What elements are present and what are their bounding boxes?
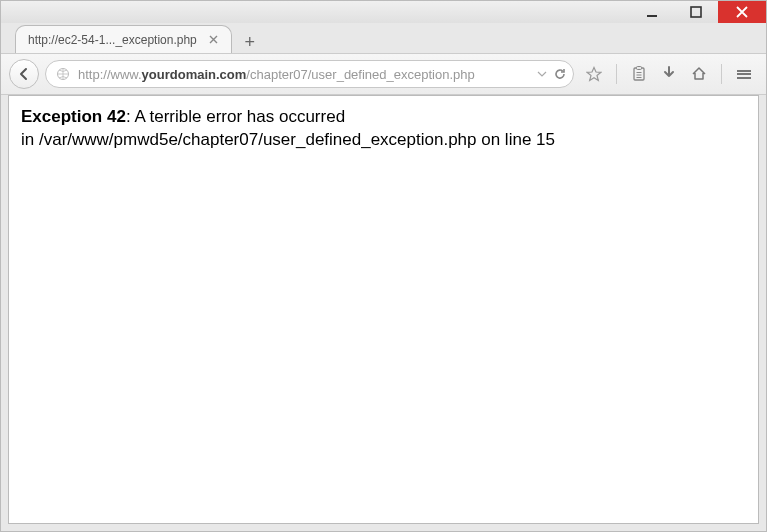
browser-window: http://ec2-54-1..._exception.php + http:…: [0, 0, 767, 532]
url-prefix: http://www.: [78, 67, 142, 82]
url-path: /chapter07/user_defined_exception.php: [246, 67, 474, 82]
toolbar-icons: [580, 64, 758, 84]
svg-rect-0: [647, 15, 657, 17]
exception-label: Exception 42: [21, 107, 126, 126]
globe-icon: [56, 67, 70, 81]
viewport-wrap: Exception 42: A terrible error has occur…: [1, 95, 766, 531]
location-prefix: in: [21, 130, 39, 149]
svg-rect-4: [637, 67, 642, 70]
exception-message: A terrible error has occurred: [134, 107, 345, 126]
reading-list-button[interactable]: [629, 64, 649, 84]
menu-button[interactable]: [734, 64, 754, 84]
downloads-button[interactable]: [659, 64, 679, 84]
separator: [616, 64, 617, 84]
clipboard-icon: [632, 66, 646, 82]
hamburger-icon: [737, 68, 751, 80]
close-button[interactable]: [718, 1, 766, 23]
file-path: /var/www/pmwd5e/chapter07/user_defined_e…: [39, 130, 477, 149]
tab-strip: http://ec2-54-1..._exception.php +: [1, 23, 766, 53]
line-text: on line: [477, 130, 537, 149]
download-arrow-icon: [662, 66, 676, 82]
url-text: http://www.yourdomain.com/chapter07/user…: [78, 67, 529, 82]
star-icon: [586, 66, 602, 82]
page-content: Exception 42: A terrible error has occur…: [8, 95, 759, 524]
svg-rect-1: [691, 7, 701, 17]
home-icon: [691, 66, 707, 82]
back-button[interactable]: [9, 59, 39, 89]
minimize-button[interactable]: [630, 1, 674, 23]
maximize-button[interactable]: [674, 1, 718, 23]
error-message-line1: Exception 42: A terrible error has occur…: [21, 106, 746, 129]
tab-title: http://ec2-54-1..._exception.php: [28, 33, 197, 47]
active-tab[interactable]: http://ec2-54-1..._exception.php: [15, 25, 232, 53]
close-icon: [209, 35, 218, 44]
address-bar[interactable]: http://www.yourdomain.com/chapter07/user…: [45, 60, 574, 88]
back-arrow-icon: [17, 67, 31, 81]
plus-icon: +: [245, 32, 256, 53]
separator: [721, 64, 722, 84]
window-titlebar: [1, 1, 766, 23]
url-domain: yourdomain.com: [142, 67, 247, 82]
urlbar-actions: [537, 67, 567, 81]
error-message-line2: in /var/www/pmwd5e/chapter07/user_define…: [21, 129, 746, 152]
reload-icon[interactable]: [553, 67, 567, 81]
bookmark-button[interactable]: [584, 64, 604, 84]
dropdown-icon[interactable]: [537, 69, 547, 79]
line-number: 15: [536, 130, 555, 149]
minimize-icon: [646, 6, 658, 18]
new-tab-button[interactable]: +: [238, 31, 262, 53]
maximize-icon: [690, 6, 702, 18]
tab-close-button[interactable]: [207, 33, 221, 47]
close-icon: [736, 6, 748, 18]
home-button[interactable]: [689, 64, 709, 84]
navigation-toolbar: http://www.yourdomain.com/chapter07/user…: [1, 53, 766, 95]
